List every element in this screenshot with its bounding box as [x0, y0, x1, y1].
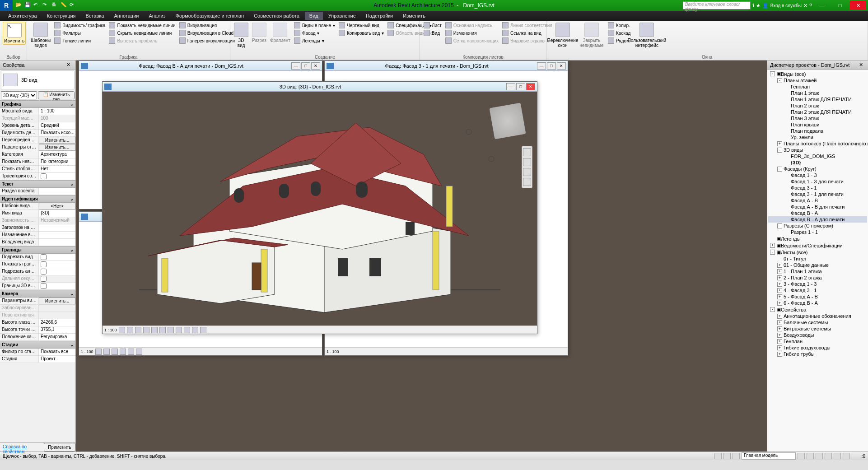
- tree-item[interactable]: 0т - Титул: [768, 256, 867, 262]
- close-button[interactable]: ✕: [850, 1, 866, 10]
- tab-надстройки[interactable]: Надстройки: [361, 12, 397, 20]
- expand-icon[interactable]: +: [777, 301, 782, 306]
- props-row[interactable]: СтадияПроект: [0, 356, 75, 363]
- doc-min[interactable]: —: [506, 83, 515, 90]
- vc-render-icon[interactable]: [159, 327, 166, 333]
- tree-item[interactable]: План 3 этаж: [768, 115, 867, 121]
- props-value[interactable]: По категории: [39, 158, 75, 165]
- tree-item[interactable]: +Планы потолков (План потолочного покр: [768, 140, 867, 147]
- collapse-icon[interactable]: -: [770, 250, 775, 255]
- expand-icon[interactable]: +: [777, 263, 782, 268]
- show-hidden-lines-button[interactable]: Показать невидимые линии: [108, 22, 176, 29]
- tree-item[interactable]: Фасад В - А для печати: [768, 216, 867, 223]
- props-value[interactable]: [39, 188, 75, 195]
- scale-label[interactable]: 1 : 100: [327, 349, 339, 354]
- tree-item[interactable]: -▣ Листы (все): [768, 249, 867, 256]
- props-value[interactable]: 24266,6: [39, 319, 75, 326]
- switch-windows-button[interactable]: Переключение окон: [549, 22, 576, 49]
- vc-shadow-icon[interactable]: [120, 349, 126, 355]
- expand-icon[interactable]: +: [777, 320, 782, 325]
- elevation-button[interactable]: Фасад ▾: [293, 29, 336, 37]
- props-value[interactable]: Изменить...: [39, 137, 75, 144]
- tab-формообразующие и генплан[interactable]: Формообразующие и генплан: [171, 12, 249, 20]
- tree-item[interactable]: +01 - Общие данные: [768, 262, 867, 268]
- collapse-icon[interactable]: -: [777, 148, 782, 153]
- props-row[interactable]: Заголовок на л...: [0, 224, 75, 232]
- ui-button[interactable]: Пользовательский интерфейс: [633, 22, 660, 49]
- props-value[interactable]: <Нет>: [39, 203, 75, 209]
- user-icon[interactable]: 👤: [762, 3, 769, 9]
- props-checkbox[interactable]: [41, 254, 47, 260]
- vc-detail-icon[interactable]: [127, 327, 133, 333]
- props-row[interactable]: Видимость дета...Показать исхо...: [0, 130, 75, 137]
- props-row[interactable]: Имя вида{3D}: [0, 210, 75, 217]
- properties-close-icon[interactable]: ✕: [66, 62, 73, 68]
- tree-item[interactable]: +5 - Фасад А - В: [768, 293, 867, 300]
- tree-item[interactable]: План 2 этаж ДЛЯ ПЕЧАТИ: [768, 109, 867, 115]
- tree-item[interactable]: +Балочные системы: [768, 319, 867, 326]
- props-row[interactable]: Стиль отображе...Нет: [0, 166, 75, 173]
- status-editable-icon[interactable]: [723, 453, 731, 459]
- section-button[interactable]: Разрез: [251, 22, 267, 44]
- doc-max[interactable]: □: [301, 62, 310, 70]
- tree-item[interactable]: Фасад 1 - 3 для печати: [768, 178, 867, 185]
- expand-icon[interactable]: +: [777, 275, 782, 280]
- props-value[interactable]: Архитектура: [39, 151, 75, 158]
- status-face-icon[interactable]: [834, 453, 841, 459]
- viewcube[interactable]: [489, 102, 526, 139]
- props-row[interactable]: Уровень детали...Средний: [0, 122, 75, 130]
- props-row[interactable]: Переопределен...Изменить...: [0, 137, 75, 144]
- tree-item[interactable]: +1 - План 1 этажа: [768, 268, 867, 275]
- props-value[interactable]: [39, 239, 75, 246]
- props-value[interactable]: [39, 173, 75, 180]
- props-row[interactable]: Фильтр по стад...Показать все: [0, 349, 75, 356]
- tree-item[interactable]: +2 - План 2 этажа: [768, 275, 867, 281]
- render-button[interactable]: Визуализация: [178, 22, 236, 29]
- tab-совместная работа[interactable]: Совместная работа: [249, 12, 304, 20]
- type-selector[interactable]: 3D вид: [1, 70, 75, 89]
- props-value[interactable]: Показать исхо...: [39, 130, 75, 136]
- props-value[interactable]: [39, 232, 75, 238]
- props-row[interactable]: Параметры ото...Изменить...: [0, 144, 75, 151]
- design-options-combo[interactable]: Главная модель: [742, 452, 796, 460]
- vc-style-icon[interactable]: [119, 327, 125, 333]
- props-value[interactable]: [39, 254, 75, 261]
- expand-icon[interactable]: +: [777, 339, 782, 344]
- props-row[interactable]: Назначение вида: [0, 232, 75, 239]
- props-value[interactable]: Регулировка: [39, 334, 75, 340]
- collapse-icon[interactable]: -: [770, 307, 775, 312]
- props-row[interactable]: КатегорияАрхитектура: [0, 151, 75, 158]
- props-row[interactable]: Параметры виз...Изменить...: [0, 298, 75, 305]
- help-icon[interactable]: ?: [809, 3, 812, 8]
- tree-item[interactable]: ▣ Легенды: [768, 235, 867, 242]
- props-row[interactable]: Владелец вида: [0, 239, 75, 246]
- nav-orbit-icon[interactable]: [523, 178, 531, 186]
- props-row[interactable]: Заблокированн...: [0, 305, 75, 312]
- props-value[interactable]: Нет: [39, 166, 75, 172]
- tab-архитектура[interactable]: Архитектура: [4, 12, 42, 20]
- qat-redo-icon[interactable]: ↷: [42, 2, 50, 9]
- props-value[interactable]: Изменить...: [39, 298, 75, 304]
- expand-icon[interactable]: +: [777, 282, 782, 287]
- scale-label[interactable]: 1 : 100: [81, 349, 93, 354]
- expand-icon[interactable]: +: [777, 326, 782, 331]
- collapse-icon[interactable]: -: [777, 223, 782, 228]
- tab-аннотации[interactable]: Аннотации: [109, 12, 143, 20]
- props-checkbox[interactable]: [41, 276, 47, 282]
- props-row[interactable]: Показать грани...: [0, 261, 75, 268]
- tree-item[interactable]: План крыши: [768, 121, 867, 128]
- tree-item[interactable]: Фасад 3 - 1 для печати: [768, 191, 867, 197]
- tree-item[interactable]: -▣ Семейства: [768, 306, 867, 313]
- props-value[interactable]: [39, 224, 75, 231]
- tree-item[interactable]: План подвала: [768, 128, 867, 134]
- props-row[interactable]: Траектория сол...: [0, 173, 75, 180]
- props-row[interactable]: Высота глаза н...24266,6: [0, 319, 75, 326]
- vc-detail-icon[interactable]: [103, 349, 110, 355]
- vc-crop-icon[interactable]: [168, 327, 174, 333]
- qat-open-icon[interactable]: 📂: [15, 2, 23, 9]
- visibility-graphics-button[interactable]: Видимость/ графика: [53, 22, 106, 29]
- vc-hide-icon[interactable]: [192, 327, 198, 333]
- collapse-icon[interactable]: -: [777, 167, 782, 172]
- revisions-button[interactable]: Изменения: [444, 29, 499, 37]
- props-value[interactable]: 3755,1: [39, 326, 75, 333]
